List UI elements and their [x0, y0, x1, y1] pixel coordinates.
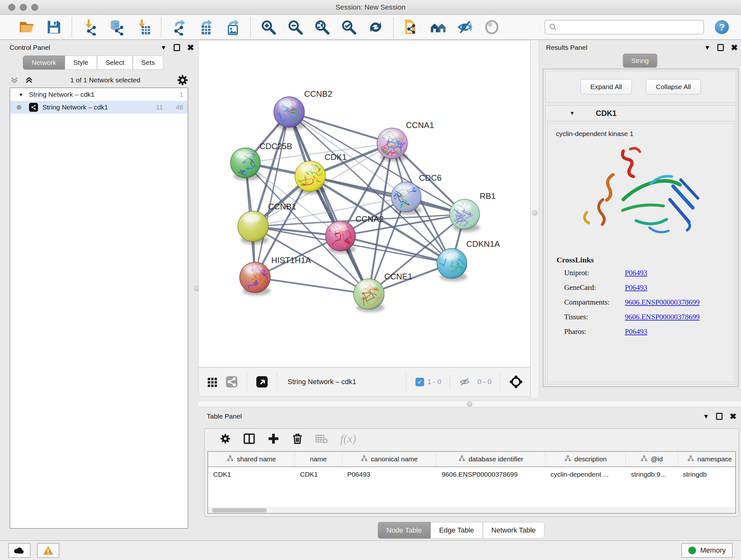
export-image-icon[interactable] [224, 18, 241, 36]
node-CCNB1[interactable] [238, 211, 269, 245]
zoom-in-icon[interactable] [260, 18, 277, 36]
table-panel-menu-icon[interactable]: ▼ [703, 413, 709, 420]
node-RB1[interactable] [450, 197, 480, 232]
import-network-icon[interactable] [81, 18, 98, 36]
node-CDC25B[interactable] [227, 148, 264, 180]
gene-section-header[interactable]: ▼ CDK1 [545, 105, 736, 121]
zoom-out-icon[interactable] [286, 18, 304, 36]
tab-network-table[interactable]: Network Table [483, 522, 544, 539]
results-panel-float-icon[interactable] [718, 44, 724, 51]
crosslink-link[interactable]: P06493 [625, 284, 647, 292]
table-splitter-grip[interactable] [467, 401, 472, 407]
tab-network[interactable]: Network [23, 56, 65, 70]
column-header-name[interactable]: name [295, 452, 342, 466]
results-panel-menu-icon[interactable]: ▼ [704, 44, 711, 51]
expand-all-networks-icon[interactable] [24, 75, 34, 85]
tab-node-table[interactable]: Node Table [378, 522, 430, 539]
network-options-gear-icon[interactable] [177, 74, 188, 86]
control-panel-menu-icon[interactable]: ▼ [160, 44, 166, 51]
add-column-icon[interactable] [267, 433, 280, 445]
export-network-icon[interactable] [171, 18, 188, 36]
column-header-databaseidentifier[interactable]: database identifier [436, 452, 545, 466]
collection-caret-icon[interactable]: ▼ [18, 92, 23, 98]
export-table-icon[interactable] [197, 18, 214, 36]
results-splitter-grip[interactable] [532, 210, 537, 215]
crosslink-link[interactable]: P06493 [625, 327, 647, 336]
birds-eye-view-icon[interactable] [256, 376, 268, 388]
network-row[interactable]: String Network – cdk1 11 48 [10, 101, 188, 114]
collapse-all-button[interactable]: Collapse All [646, 79, 701, 95]
network-from-selection-icon[interactable] [403, 18, 420, 36]
table-panel-float-icon[interactable] [716, 413, 723, 420]
column-header-namespace[interactable]: namespace [678, 452, 736, 466]
tab-edge-table[interactable]: Edge Table [430, 522, 483, 539]
cloud-button[interactable] [8, 543, 30, 558]
tab-sets[interactable]: Sets [133, 56, 163, 70]
zoom-selected-icon[interactable] [340, 18, 357, 36]
crosslink-link[interactable]: 9606.ENSP00000378699 [625, 313, 700, 321]
node-HIST1H1A[interactable] [232, 262, 273, 296]
show-columns-icon[interactable] [243, 433, 255, 445]
crosslink-link[interactable]: 9606.ENSP00000378699 [625, 298, 700, 307]
save-session-icon[interactable] [45, 18, 63, 36]
edge-CCNB2-HIST1H1A[interactable] [255, 112, 289, 277]
network-view-toolbar: String Network – cdk1 ✓ 1 - 0 0 - 0 [199, 367, 530, 396]
table-h-scrollbar[interactable] [208, 507, 735, 513]
memory-button[interactable]: Memory [681, 543, 733, 558]
control-panel-float-icon[interactable] [174, 44, 180, 51]
show-all-icon[interactable] [483, 18, 500, 36]
tab-string[interactable]: String [623, 54, 657, 68]
protein-structure-image [576, 145, 706, 251]
search-box[interactable] [544, 20, 704, 35]
control-panel-close-icon[interactable]: ✖ [187, 44, 194, 52]
network-canvas[interactable]: CCNB2CCNA1CDC25BCDK1CDC6RB1CCNB1CCNA2CDK… [199, 40, 530, 367]
column-header-canonicalname[interactable]: canonical name [342, 452, 436, 466]
status-bar: Memory [0, 540, 741, 560]
table-row[interactable]: CDK1CDK1P064939606.ENSP00000378699cyclin… [208, 467, 735, 482]
help-icon[interactable]: ? [715, 20, 729, 34]
node-label-CCNE1: CCNE1 [384, 272, 412, 281]
apply-layout-icon[interactable] [367, 18, 384, 36]
table-h-scrollbar-thumb[interactable] [212, 508, 267, 512]
memory-status-dot-icon [688, 547, 696, 554]
open-session-icon[interactable] [18, 18, 36, 36]
minimize-window-icon[interactable] [20, 4, 27, 11]
import-table-icon[interactable] [135, 18, 152, 36]
edge-CCNB2-CCNA1[interactable] [289, 112, 392, 143]
zoom-fit-icon[interactable] [313, 18, 331, 36]
window-controls[interactable] [8, 4, 38, 11]
grid-view-icon[interactable] [207, 376, 218, 387]
node-label-HIST1H1A: HIST1H1A [271, 255, 311, 265]
selected-nodes-checkbox-icon[interactable]: ✓ [415, 378, 424, 386]
table-options-gear-icon[interactable] [219, 433, 231, 444]
warnings-button[interactable] [37, 543, 59, 558]
gene-symbol: CDK1 [596, 109, 616, 118]
delete-column-trash-icon[interactable] [292, 433, 303, 444]
column-header-sharedname[interactable]: shared name [208, 452, 295, 466]
gene-caret-icon[interactable]: ▼ [569, 111, 575, 116]
zoom-window-icon[interactable] [31, 4, 38, 11]
node-CCNB2[interactable] [274, 94, 307, 130]
node-CCNA1[interactable] [377, 128, 416, 162]
hide-selected-icon[interactable] [456, 18, 474, 36]
node-table[interactable]: shared namename canonical name database … [207, 451, 736, 514]
column-header-id[interactable]: @id [626, 452, 678, 466]
crosslink-link[interactable]: P06493 [625, 269, 647, 277]
string-view-icon[interactable] [226, 376, 238, 388]
search-input[interactable] [560, 23, 699, 31]
edge-HIST1H1A-CCNE1[interactable] [255, 277, 369, 294]
results-panel-close-icon[interactable]: ✖ [731, 44, 738, 52]
pan-crosshair-icon[interactable] [509, 375, 523, 389]
network-collection-row[interactable]: ▼ String Network – cdk1 1 [10, 88, 188, 101]
collapse-all-networks-icon[interactable] [10, 75, 19, 85]
table-panel-close-icon[interactable]: ✖ [730, 412, 737, 421]
close-window-icon[interactable] [8, 4, 15, 11]
expand-all-button[interactable]: Expand All [581, 79, 632, 95]
column-header-description[interactable]: description [545, 452, 626, 466]
tab-style[interactable]: Style [65, 56, 97, 70]
tab-select[interactable]: Select [97, 56, 133, 70]
import-database-icon[interactable] [108, 18, 125, 36]
results-splitter[interactable] [530, 40, 539, 397]
first-neighbors-icon[interactable] [429, 18, 447, 36]
edge-CCNB2-CCNE1[interactable] [289, 112, 369, 294]
